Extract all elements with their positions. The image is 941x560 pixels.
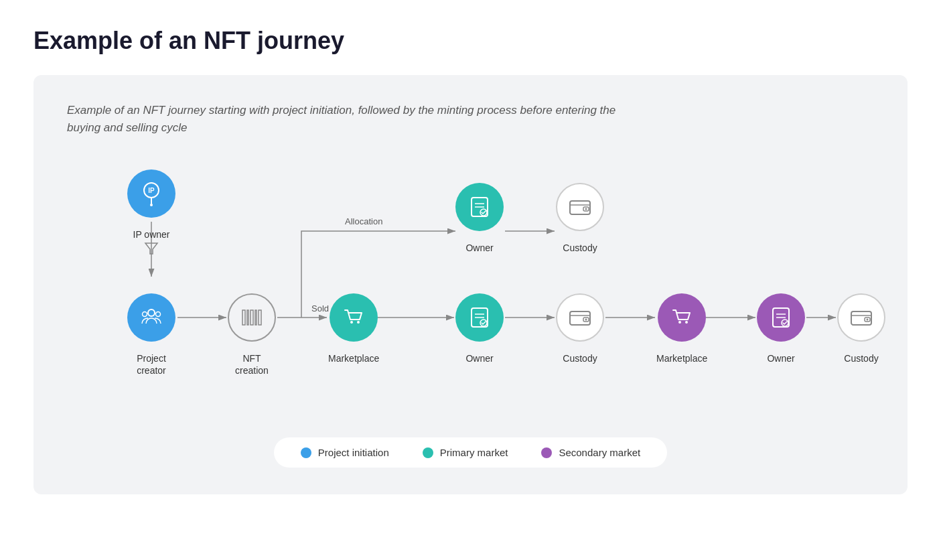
svg-point-32 [685,321,688,324]
barcode-icon [239,305,265,330]
legend-secondary-market: Secondary market [541,447,640,458]
svg-rect-11 [247,310,248,325]
owner-mid-label: Owner [465,352,493,364]
owner-top-label: Owner [465,242,493,254]
svg-point-31 [678,321,681,324]
wallet-icon-2 [849,305,874,330]
funnel-icon [141,238,162,259]
owner2-icon [768,305,794,330]
legend-project-initiation: Project initiation [301,447,389,458]
cart-icon-1 [341,305,366,330]
svg-point-9 [156,312,161,317]
svg-rect-37 [851,311,871,325]
svg-point-39 [867,319,869,321]
circle-project-creator [127,293,175,342]
cart-icon-2 [669,305,695,330]
legend-dot-blue [301,447,311,458]
svg-point-16 [357,321,360,324]
node-custody-top: Custody [556,183,604,254]
svg-text:IP: IP [148,187,155,194]
node-owner-mid: Owner [455,293,504,364]
circle-marketplace2 [658,293,706,342]
node-owner-top: Owner [455,183,504,254]
legend-dot-teal [423,447,433,458]
diagram-inner: Sold Allocation IP IP owner [67,169,871,417]
node-custody2: Custody [837,293,885,364]
svg-rect-13 [255,310,257,325]
marketplace2-label: Marketplace [656,352,707,364]
circle-owner-mid [455,293,504,342]
legend-label-purple: Secondary market [559,447,640,458]
node-marketplace1: Marketplace [328,293,379,364]
svg-point-7 [148,309,155,316]
custody-top-label: Custody [563,242,597,254]
owner2-label: Owner [767,352,794,364]
sold-label: Sold [311,303,329,313]
svg-point-5 [150,204,153,206]
ip-icon: IP [139,181,164,206]
svg-point-8 [143,312,147,317]
circle-owner2 [757,293,805,342]
project-creator-label: Projectcreator [137,352,166,376]
svg-rect-12 [250,310,253,325]
custody-mid-label: Custody [563,352,597,364]
circle-custody2 [837,293,885,342]
svg-point-23 [585,208,587,210]
legend-primary-market: Primary market [423,447,508,458]
owner-mid-icon [467,305,492,330]
legend-label-blue: Project initiation [318,447,389,458]
svg-rect-14 [259,310,261,325]
svg-rect-10 [242,310,245,325]
legend-dot-purple [541,447,552,458]
node-project-creator: Projectcreator [127,293,175,376]
node-custody-mid: Custody [556,293,604,364]
page-title: Example of an NFT journey [33,27,908,55]
circle-nft-creation [228,293,276,342]
custody2-label: Custody [844,352,878,364]
node-marketplace2: Marketplace [656,293,707,364]
svg-point-30 [585,319,587,321]
diagram-container: Example of an NFT journey starting with … [33,75,908,494]
circle-custody-mid [556,293,604,342]
svg-rect-21 [570,201,590,214]
circle-ip-owner: IP [127,169,175,218]
svg-marker-6 [145,243,157,254]
circle-custody-top [556,183,604,231]
circle-owner-top [455,183,504,231]
circle-marketplace1 [330,293,378,342]
marketplace1-label: Marketplace [328,352,379,364]
wallet-icon-top [567,194,593,220]
node-nft-creation: NFTcreation [228,293,276,376]
svg-rect-28 [570,311,590,325]
subtitle: Example of an NFT journey starting with … [67,102,616,136]
node-owner2: Owner [757,293,805,364]
legend-label-teal: Primary market [440,447,508,458]
legend: Project initiation Primary market Second… [274,437,667,468]
owner-top-icon [467,194,492,220]
wallet-icon-mid [567,305,593,330]
node-ip-owner: IP IP owner [127,169,175,240]
people-icon [139,305,164,330]
svg-point-15 [350,321,353,324]
allocation-label: Allocation [345,216,382,226]
nft-creation-label: NFTcreation [235,352,269,376]
